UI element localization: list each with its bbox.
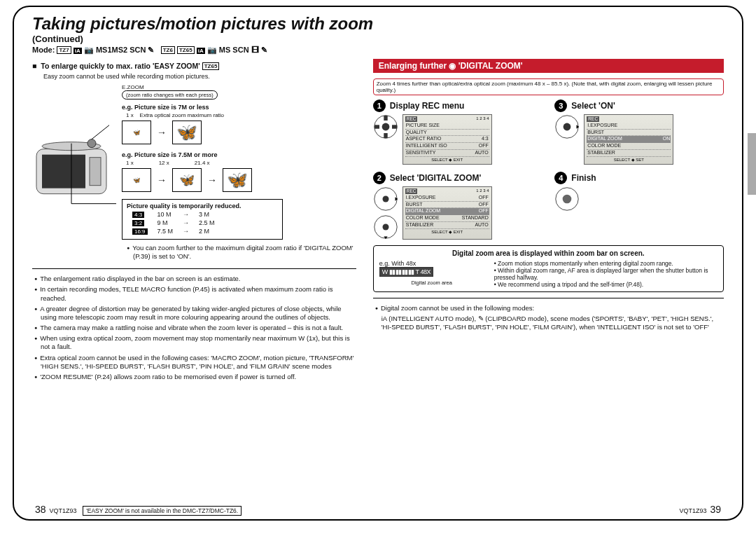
digital-zoom-bar: Enlarging further ◉ 'DIGITAL ZOOM' bbox=[373, 59, 724, 73]
svg-rect-13 bbox=[392, 125, 397, 128]
camera-diagram: E.ZOOM (zoom ratio changes with each pre… bbox=[32, 84, 356, 263]
step-num-1: 1 bbox=[373, 99, 386, 112]
dig-b3: We recommend using a tripod and the self… bbox=[498, 281, 643, 288]
l2r3: COLOR MODE bbox=[406, 215, 440, 221]
svg-point-9 bbox=[382, 123, 389, 131]
eg2-1: 1 x bbox=[126, 160, 134, 166]
lcd3-foot: SELECT ◆ SET bbox=[587, 157, 671, 163]
eg2-3: 21.4 x bbox=[195, 160, 210, 166]
dig-eg: e.g. With 48x bbox=[379, 260, 484, 267]
svg-point-24 bbox=[563, 195, 572, 204]
step-2: 2Select 'DIGITAL ZOOM' REC 1 2 3 4 I.EXP… bbox=[373, 172, 542, 240]
svg-rect-2 bbox=[90, 158, 101, 186]
lcd2-foot: SELECT ◆ EXIT bbox=[405, 229, 489, 235]
step-3: 3Select 'ON' REC I.EXPOSURE BURST DIGITA… bbox=[554, 99, 724, 165]
easy-zoom-title: To enlarge quickly to max. ratio 'EASY Z… bbox=[32, 62, 356, 70]
dig-title: Digital zoom area is displayed within zo… bbox=[379, 249, 718, 257]
r2c: → bbox=[178, 219, 193, 226]
zoom-ratio-note: (zoom ratio changes with each press) bbox=[122, 90, 218, 99]
ia-icon: iA bbox=[74, 48, 82, 54]
lcd-1: REC 1 2 3 4 PICTURE SIZE QUALITY ASPECT … bbox=[402, 114, 492, 165]
left-b1: The enlargement ratio displayed in the b… bbox=[32, 275, 356, 283]
left-b4: The camera may make a rattling noise and… bbox=[32, 324, 356, 332]
dpad-icon bbox=[554, 114, 580, 139]
easy-zoom-badge: TZ65 bbox=[202, 62, 220, 70]
dig-caption: Digital zoom area bbox=[379, 280, 484, 286]
footer-right: VQT1Z93 39 bbox=[679, 504, 721, 515]
badge-tz65: TZ65 bbox=[177, 46, 195, 54]
step-1: 1Display REC menu REC 1 2 3 4 PICTURE SI… bbox=[373, 99, 542, 165]
eg1: e.g. Picture size is 7M or less bbox=[122, 104, 356, 111]
badge-tz6: TZ6 bbox=[161, 46, 175, 54]
left-b3: A greater degree of distortion may be ge… bbox=[32, 305, 356, 322]
l3r2: DIGITAL ZOOM bbox=[587, 136, 622, 142]
page-num-left: 38 bbox=[35, 504, 46, 515]
quality-title: Picture quality is temporarily reduced. bbox=[127, 202, 241, 209]
svg-point-4 bbox=[88, 139, 96, 148]
badge-tz7: TZ7 bbox=[57, 46, 71, 54]
svg-marker-21 bbox=[384, 237, 387, 240]
lcd1-hdr: REC bbox=[405, 116, 418, 122]
l1r3: INTELLIGENT ISO bbox=[406, 143, 447, 149]
footer-left: 38 VQT1Z93 'EASY ZOOM' is not available … bbox=[35, 504, 241, 515]
footer-code-l: VQT1Z93 bbox=[50, 507, 77, 514]
page-frame: Taking pictures/motion pictures with zoo… bbox=[13, 6, 743, 521]
l3r0: I.EXPOSURE bbox=[587, 123, 617, 129]
eg1-cap: Extra optical zoom maximum ratio bbox=[140, 112, 224, 118]
easy-zoom-note: Easy zoom cannot be used while recording… bbox=[43, 73, 356, 80]
r2b: 9 M bbox=[153, 219, 178, 226]
dpad-icon bbox=[373, 214, 398, 240]
bf-large: 🦋 bbox=[172, 121, 202, 144]
arrow-icon: → bbox=[157, 174, 167, 186]
left-b2: In certain recording modes, TELE MACRO f… bbox=[32, 285, 356, 302]
step-4: 4Finish bbox=[554, 172, 724, 240]
bf2-s: 🦋 bbox=[122, 168, 151, 192]
right-b1: Digital zoom cannot be used in the follo… bbox=[373, 304, 724, 312]
dpad-icon bbox=[373, 114, 398, 139]
bf-small: 🦋 bbox=[122, 121, 151, 144]
r2a: 3:2 bbox=[132, 220, 144, 226]
l2r1: BURST bbox=[406, 202, 423, 208]
continued-label: (Continued) bbox=[32, 34, 724, 44]
svg-rect-12 bbox=[374, 125, 379, 128]
zoom-bar-icon: W ▮▮▮▮▮▮▮▮ T 48X bbox=[379, 267, 433, 277]
page-num-right: 39 bbox=[710, 504, 721, 515]
bf2-l: 🦋 bbox=[223, 168, 252, 192]
eg2: e.g. Picture size is 7.5M or more bbox=[122, 151, 356, 158]
right-column: Enlarging further ◉ 'DIGITAL ZOOM' Zoom … bbox=[373, 59, 724, 383]
ia-icon-2: iA bbox=[197, 48, 205, 54]
dig-left: e.g. With 48x W ▮▮▮▮▮▮▮▮ T 48X Digital z… bbox=[379, 260, 484, 288]
r3a: 16:9 bbox=[132, 228, 148, 235]
step-num-3: 3 bbox=[554, 99, 567, 112]
step-grid: 1Display REC menu REC 1 2 3 4 PICTURE SI… bbox=[373, 99, 724, 240]
footer-code-r: VQT1Z93 bbox=[679, 507, 706, 514]
step1-title: Display REC menu bbox=[390, 101, 465, 111]
svg-line-5 bbox=[92, 125, 109, 139]
bf2-m: 🦋 bbox=[172, 168, 202, 192]
quality-bullet: You can zoom further to the maximum digi… bbox=[125, 244, 356, 261]
l3r4: STABILIZER bbox=[587, 150, 615, 156]
dig-right: • Zoom motion stops momentarily when ent… bbox=[494, 260, 718, 288]
quality-table: 4:310 M→3 M 3:29 M→2.5 M 16:97.5 M→2 M bbox=[127, 209, 220, 236]
page-title: Taking pictures/motion pictures with zoo… bbox=[32, 14, 724, 34]
eg2-2: 12 x bbox=[159, 160, 169, 166]
mode-line: Mode: TZ7 iA 📷 MS1MS2 SCN ✎ TZ6 TZ65 iA … bbox=[32, 46, 724, 55]
dig-b1: Zoom motion stops momentarily when enter… bbox=[498, 260, 673, 267]
divider bbox=[373, 298, 724, 298]
lcd1-pg: 1 2 3 4 bbox=[476, 116, 489, 122]
l2r4: STABILIZER bbox=[406, 222, 434, 228]
quality-box: Picture quality is temporarily reduced. … bbox=[122, 199, 283, 240]
arrow-icon: → bbox=[207, 174, 217, 186]
r2d: 2.5 M bbox=[195, 219, 219, 226]
dpad-icon bbox=[373, 186, 398, 212]
footer: 38 VQT1Z93 'EASY ZOOM' is not available … bbox=[35, 504, 721, 515]
step4-title: Finish bbox=[571, 173, 596, 183]
svg-marker-16 bbox=[577, 125, 580, 128]
eg1-1x: 1 x bbox=[126, 112, 134, 118]
lcd-2: REC 1 2 3 4 I.EXPOSUREOFF BURSTOFF DIGIT… bbox=[402, 186, 492, 240]
lcd1-foot: SELECT ◆ EXIT bbox=[405, 157, 489, 163]
digital-zoom-note: Zoom 4 times further than optical/extra … bbox=[373, 78, 724, 95]
columns: To enlarge quickly to max. ratio 'EASY Z… bbox=[32, 59, 724, 383]
dig-b2: Within digital zoom range, AF area is di… bbox=[494, 267, 708, 281]
svg-rect-10 bbox=[384, 116, 387, 121]
